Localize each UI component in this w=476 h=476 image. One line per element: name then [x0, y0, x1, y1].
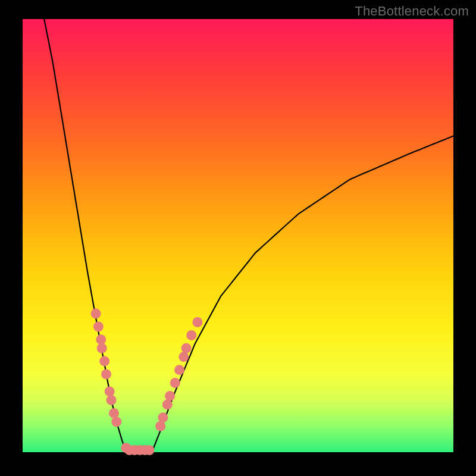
data-point-marker	[107, 395, 117, 405]
chart-frame: TheBottleneck.com	[0, 0, 476, 476]
data-point-marker	[155, 421, 165, 431]
curve-series	[44, 19, 453, 452]
data-point-marker	[165, 391, 175, 401]
curve-right	[152, 136, 453, 452]
data-point-marker	[192, 317, 202, 327]
data-point-marker	[181, 343, 192, 353]
data-point-marker	[178, 352, 189, 362]
data-point-marker	[91, 309, 101, 319]
data-point-marker	[93, 321, 104, 331]
data-point-marker	[96, 334, 106, 345]
data-point-marker	[97, 343, 107, 353]
data-point-marker	[109, 408, 119, 418]
watermark-text: TheBottleneck.com	[355, 4, 469, 19]
data-point-marker	[170, 378, 180, 388]
data-point-marker	[105, 387, 115, 397]
data-point-marker	[186, 330, 196, 340]
plot-area	[23, 19, 453, 452]
data-point-marker	[144, 445, 154, 455]
data-point-marker	[111, 417, 121, 427]
curve-left	[44, 19, 126, 452]
data-point-marker	[158, 412, 168, 422]
data-point-marker	[162, 399, 173, 409]
data-point-marker	[174, 365, 184, 375]
data-point-marker	[101, 369, 111, 380]
chart-svg	[23, 19, 453, 452]
data-point-marker	[99, 356, 109, 367]
